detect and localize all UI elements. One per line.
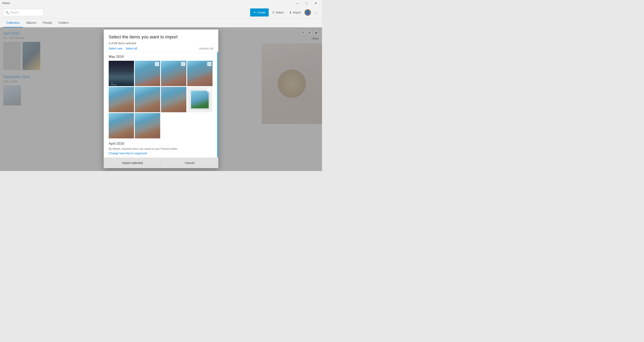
more-button[interactable]: ... <box>312 10 319 14</box>
maximize-button[interactable]: □ <box>302 0 311 6</box>
create-icon: ✦ <box>253 11 256 14</box>
app-title: Photos <box>2 2 10 5</box>
unselect-all-text[interactable]: Unselect all <box>199 47 213 50</box>
toolbar: 🔍 Search ✦ Create ☰ Select ⬇ Import 👤 ..… <box>0 6 322 18</box>
cancel-button[interactable]: Cancel <box>161 158 218 168</box>
photo-cell[interactable] <box>187 61 212 86</box>
tab-collection[interactable]: Collection <box>3 18 23 27</box>
section-april-2018: April 2018 By default, imported items ar… <box>109 142 212 155</box>
avatar[interactable]: 👤 <box>304 9 311 16</box>
tab-folders[interactable]: Folders <box>55 18 72 27</box>
photo-cell[interactable] <box>109 61 134 86</box>
search-placeholder: Search <box>10 11 19 14</box>
modal-title: Select the items you want to import <box>109 34 213 40</box>
select-icon: ☰ <box>272 11 274 14</box>
modal-subtitle: 0 of 88 items selected <box>109 42 213 45</box>
create-button[interactable]: ✦ Create <box>250 8 269 16</box>
default-save-text: By default, imported items are saved to … <box>109 147 212 150</box>
modal-links: Select new Select all Unselect all <box>109 47 213 50</box>
close-button[interactable]: ✕ <box>311 0 320 6</box>
photo-cell[interactable] <box>135 61 160 86</box>
modal-overlay: Select the items you want to import 0 of… <box>0 27 322 171</box>
select-button[interactable]: ☰ Select <box>270 8 286 16</box>
photo-checkbox[interactable] <box>207 88 211 92</box>
import-selected-button[interactable]: Import selected <box>104 158 161 168</box>
main-content: April 2015 4/1 – 4/2 4 photos September … <box>0 27 322 171</box>
photo-checkbox[interactable] <box>181 62 185 66</box>
photo-cell[interactable] <box>135 113 160 138</box>
nav-tabs: Collection Albums People Folders <box>0 18 322 27</box>
import-button[interactable]: ⬇ Import <box>287 8 303 16</box>
photo-cell[interactable] <box>161 87 186 112</box>
section-april-2018-title: April 2018 <box>109 142 212 146</box>
select-new-link[interactable]: Select new <box>109 47 122 50</box>
photo-cell[interactable] <box>187 87 212 112</box>
import-icon: ⬇ <box>289 11 292 14</box>
app-window: Photos — □ ✕ 🔍 Search ✦ Create ☰ Select … <box>0 0 322 171</box>
tab-albums[interactable]: Albums <box>23 18 40 27</box>
search-box[interactable]: 🔍 Search <box>3 9 44 16</box>
tab-people[interactable]: People <box>40 18 55 27</box>
change-organization-link[interactable]: Change how they're organized <box>109 152 147 155</box>
modal-scroll-area[interactable]: May 2018 <box>104 52 218 158</box>
search-icon: 🔍 <box>6 11 9 14</box>
section-may-2018-title: May 2018 <box>109 55 212 59</box>
title-bar: Photos — □ ✕ <box>0 0 322 6</box>
import-modal: Select the items you want to import 0 of… <box>104 29 218 168</box>
photo-cell[interactable] <box>135 87 160 112</box>
photo-checkbox[interactable] <box>155 62 159 66</box>
photo-grid-may <box>109 61 212 138</box>
photo-cell[interactable] <box>109 87 134 112</box>
title-controls: — □ ✕ <box>292 0 320 6</box>
modal-header: Select the items you want to import 0 of… <box>104 30 218 50</box>
minimize-button[interactable]: — <box>292 0 302 6</box>
modal-footer: Import selected Cancel <box>104 158 218 168</box>
select-all-link[interactable]: Select all <box>126 47 137 50</box>
photo-cell[interactable] <box>161 61 186 86</box>
photo-checkbox[interactable] <box>207 62 211 66</box>
photo-cell[interactable] <box>109 113 134 138</box>
